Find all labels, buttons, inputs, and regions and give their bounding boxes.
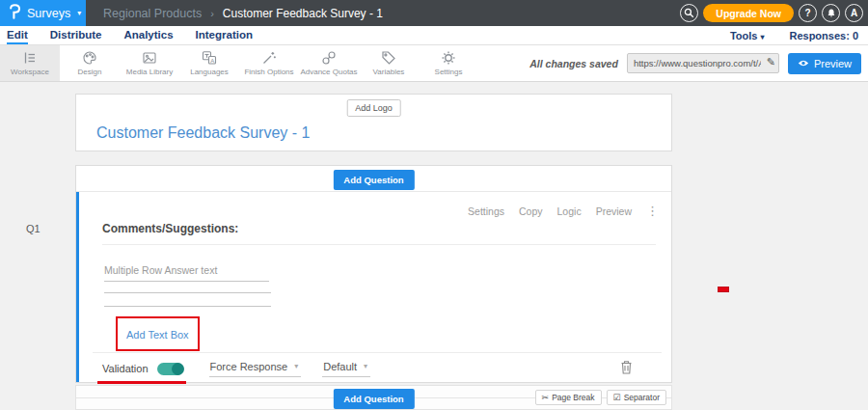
upgrade-now-button[interactable]: Upgrade Now xyxy=(703,4,794,22)
tab-analytics[interactable]: Analytics xyxy=(123,26,173,44)
nav-tabs: Edit Distribute Analytics Integration xyxy=(7,26,253,44)
search-icon xyxy=(684,8,694,18)
avatar[interactable]: A xyxy=(845,4,863,22)
toolbar-item-workspace[interactable]: Workspace xyxy=(0,45,60,81)
header-actions: Upgrade Now ? A xyxy=(680,4,868,22)
add-question-strip-bottom: Add Question ✂ Page Break ☑ Separator xyxy=(75,385,672,410)
toolbar-item-languages[interactable]: A Languages xyxy=(179,45,239,81)
annotation-red-underline xyxy=(97,381,186,384)
checkbox-checked-icon: ☑ xyxy=(613,393,621,402)
help-button[interactable]: ? xyxy=(799,4,817,22)
image-icon xyxy=(142,50,157,66)
survey-title[interactable]: Customer Feedback Survey - 1 xyxy=(96,124,310,142)
breadcrumb-parent[interactable]: Regional Products xyxy=(103,7,202,20)
question-preview-link[interactable]: Preview xyxy=(596,205,632,217)
links-icon xyxy=(321,50,337,66)
question-text-underline xyxy=(102,244,656,245)
validation-toggle[interactable] xyxy=(157,363,183,375)
toolbar-item-finish-options[interactable]: Finish Options xyxy=(239,45,299,81)
separator-button[interactable]: ☑ Separator xyxy=(607,390,666,405)
nav-right: Tools ▾ Responses: 0 xyxy=(730,26,868,44)
survey-toolbar: Workspace Design Media Library A Languag… xyxy=(0,45,868,82)
preview-button[interactable]: Preview xyxy=(788,53,861,74)
gear-icon xyxy=(441,50,456,66)
tab-integration[interactable]: Integration xyxy=(196,26,253,44)
add-question-button-bottom[interactable]: Add Question xyxy=(333,389,414,409)
toolbar-right: All changes saved ✎ Preview xyxy=(529,45,868,81)
section-nav-bar: Edit Distribute Analytics Integration To… xyxy=(0,26,868,45)
validation-default-dropdown[interactable]: Default ▾ xyxy=(322,361,370,377)
multirow-answer-input[interactable]: Multiple Row Answer text xyxy=(104,264,269,282)
breadcrumb: Regional Products › Customer Feedback Su… xyxy=(103,7,383,20)
magic-wand-icon xyxy=(261,50,277,66)
question-text[interactable]: Comments/Suggestions: xyxy=(102,222,238,235)
bell-icon xyxy=(826,7,837,19)
annotation-red-box: Add Text Box xyxy=(116,316,200,351)
toolbar-item-media-library[interactable]: Media Library xyxy=(120,45,179,81)
breadcrumb-current: Customer Feedback Survey - 1 xyxy=(223,7,383,20)
trash-icon xyxy=(620,360,633,374)
validation-label: Validation xyxy=(102,363,149,374)
toolbar-item-variables[interactable]: Variables xyxy=(359,45,419,81)
question-block: Add Question Settings Copy Logic Preview… xyxy=(75,165,672,383)
translate-icon: A xyxy=(202,50,217,66)
delete-question-button[interactable] xyxy=(620,360,633,377)
responses-count-link[interactable]: Responses: 0 xyxy=(789,30,858,41)
add-question-strip-top: Add Question xyxy=(76,166,671,192)
product-label: Surveys xyxy=(27,7,70,20)
toolbar-item-design[interactable]: Design xyxy=(60,45,120,81)
questionpro-logo-icon xyxy=(9,4,21,23)
notifications-button[interactable] xyxy=(822,4,840,22)
survey-main-column: Add Logo Customer Feedback Survey - 1 Ad… xyxy=(75,94,672,410)
surveys-product-menu[interactable]: Surveys ▾ xyxy=(0,0,86,26)
search-button[interactable] xyxy=(680,4,698,22)
question-logic-link[interactable]: Logic xyxy=(557,205,582,217)
survey-header-card: Add Logo Customer Feedback Survey - 1 xyxy=(75,94,672,151)
survey-url-input[interactable] xyxy=(627,53,779,73)
palette-icon xyxy=(82,50,97,66)
tab-distribute[interactable]: Distribute xyxy=(50,26,102,44)
breadcrumb-separator-icon: › xyxy=(210,8,214,19)
toggle-knob xyxy=(172,363,184,375)
tools-menu[interactable]: Tools ▾ xyxy=(730,30,765,41)
workspace-icon xyxy=(22,50,38,66)
question-footer-divider xyxy=(93,352,662,353)
chevron-down-icon: ▾ xyxy=(760,33,764,41)
save-status-text: All changes saved xyxy=(529,58,618,69)
add-logo-button[interactable]: Add Logo xyxy=(346,99,401,117)
validation-control: Validation xyxy=(102,363,183,375)
scissors-icon: ✂ xyxy=(542,393,550,402)
add-question-button-top[interactable]: Add Question xyxy=(333,170,414,190)
tab-edit[interactable]: Edit xyxy=(7,26,28,44)
add-text-box-link[interactable]: Add Text Box xyxy=(126,329,189,341)
edit-pencil-icon[interactable]: ✎ xyxy=(767,56,775,68)
chevron-down-icon: ▾ xyxy=(77,9,81,17)
question-number-label: Q1 xyxy=(26,223,41,234)
svg-text:A: A xyxy=(210,58,214,64)
more-options-icon[interactable]: ⋮ xyxy=(646,204,659,218)
survey-url-box: ✎ xyxy=(627,53,779,73)
toolbar-item-settings[interactable]: Settings xyxy=(419,45,478,81)
answer-row-line[interactable] xyxy=(104,306,271,307)
tag-icon xyxy=(381,50,396,66)
question-actions: Settings Copy Logic Preview ⋮ xyxy=(468,204,659,218)
question-card: Settings Copy Logic Preview ⋮ Comments/S… xyxy=(76,192,671,382)
annotation-red-dash xyxy=(718,287,729,292)
survey-editor-canvas: Q1 Add Logo Customer Feedback Survey - 1… xyxy=(0,82,868,410)
force-response-dropdown[interactable]: Force Response ▾ xyxy=(209,361,302,377)
answer-row-line[interactable] xyxy=(104,292,271,293)
toolbar-item-advance-quotas[interactable]: Advance Quotas xyxy=(299,45,359,81)
page-break-button[interactable]: ✂ Page Break xyxy=(535,390,602,405)
chevron-down-icon: ▾ xyxy=(294,362,298,370)
top-header-bar: Surveys ▾ Regional Products › Customer F… xyxy=(0,0,868,26)
question-footer-row: Validation Force Response ▾ Default ▾ xyxy=(102,358,660,379)
chevron-down-icon: ▾ xyxy=(364,362,367,370)
question-settings-link[interactable]: Settings xyxy=(468,205,504,217)
page-controls: ✂ Page Break ☑ Separator xyxy=(535,390,666,405)
question-copy-link[interactable]: Copy xyxy=(519,205,543,217)
eye-icon xyxy=(798,59,809,68)
